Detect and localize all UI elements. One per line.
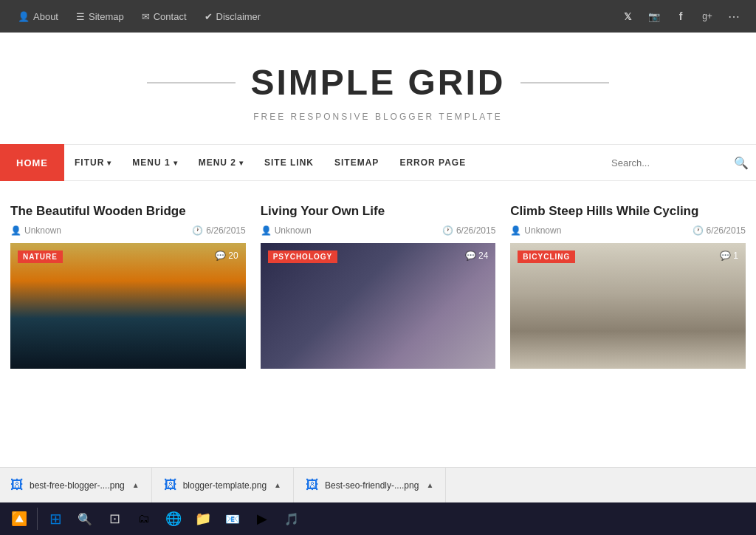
site-header: SIMPLE GRID FREE RESPONSIVE BLOGGER TEMP… — [0, 33, 756, 144]
nav-home-button[interactable]: HOME — [0, 144, 64, 181]
content-area: The Beautiful Wooden Bridge 👤 Unknown 🕐 … — [0, 181, 756, 376]
nav-contact[interactable]: ✉ Contact — [134, 5, 194, 28]
clock-icon-2: 🕐 — [693, 225, 704, 236]
search-area: 🔍 — [604, 156, 756, 170]
search-button[interactable]: 🔍 — [734, 156, 749, 170]
nav-menu2[interactable]: MENU 2 ▾ — [188, 144, 254, 181]
instagram-icon[interactable]: 📷 — [642, 4, 666, 28]
top-nav-right: 𝕏 📷 f g+ ⋯ — [616, 4, 746, 28]
menu1-chevron-icon: ▾ — [173, 159, 178, 167]
comment-icon-2: 💬 — [720, 251, 731, 261]
menu2-chevron-icon: ▾ — [239, 159, 244, 167]
nav-disclaimer[interactable]: ✔ Disclaimer — [197, 5, 269, 28]
post-title-1[interactable]: Living Your Own Life — [261, 203, 496, 219]
header-line-right — [520, 82, 609, 84]
nav-contact-label: Contact — [154, 11, 187, 22]
facebook-icon[interactable]: f — [669, 4, 693, 28]
nav-menu1[interactable]: MENU 1 ▾ — [122, 144, 188, 181]
googleplus-icon[interactable]: g+ — [695, 4, 719, 28]
nav-sitemap[interactable]: SITEMAP — [324, 144, 389, 181]
check-icon: ✔ — [205, 11, 213, 22]
post-image-2[interactable]: BICYCLING 💬 1 — [510, 243, 746, 369]
main-nav: HOME FITUR ▾ MENU 1 ▾ MENU 2 ▾ SITE LINK… — [0, 144, 756, 181]
site-header-inner: SIMPLE GRID — [15, 62, 741, 103]
post-meta-0: 👤 Unknown 🕐 6/26/2015 — [10, 225, 246, 236]
author-icon-0: 👤 — [10, 225, 21, 236]
post-card-2: Climb Steep Hills While Cycling 👤 Unknow… — [510, 203, 746, 369]
twitter-icon[interactable]: 𝕏 — [616, 4, 639, 28]
site-tagline: FREE RESPONSIVE BLOGGER TEMPLATE — [15, 112, 741, 122]
nav-sitelink[interactable]: SITE LINK — [254, 144, 324, 181]
post-author-1: 👤 Unknown — [261, 225, 312, 236]
fitur-chevron-icon: ▾ — [107, 159, 111, 167]
author-icon-1: 👤 — [261, 225, 272, 236]
post-meta-2: 👤 Unknown 🕐 6/26/2015 — [510, 225, 746, 236]
post-category-0: NATURE — [18, 251, 63, 263]
post-date-1: 🕐 6/26/2015 — [442, 225, 495, 236]
comment-icon-1: 💬 — [465, 251, 476, 261]
post-card-0: The Beautiful Wooden Bridge 👤 Unknown 🕐 … — [10, 203, 246, 369]
nav-about-label: About — [33, 11, 58, 22]
header-line-left — [147, 82, 236, 84]
post-image-1[interactable]: PSYCHOLOGY 💬 24 — [261, 243, 496, 369]
nav-sitemap[interactable]: ☰ Sitemap — [69, 5, 131, 28]
post-title-0[interactable]: The Beautiful Wooden Bridge — [10, 203, 246, 219]
clock-icon-1: 🕐 — [442, 225, 453, 236]
post-date-2: 🕐 6/26/2015 — [693, 225, 746, 236]
clock-icon-0: 🕐 — [192, 225, 203, 236]
posts-grid: The Beautiful Wooden Bridge 👤 Unknown 🕐 … — [10, 203, 746, 369]
author-icon-2: 👤 — [510, 225, 521, 236]
list-icon: ☰ — [76, 11, 85, 22]
post-title-2[interactable]: Climb Steep Hills While Cycling — [510, 203, 746, 219]
top-nav-left: 👤 About ☰ Sitemap ✉ Contact ✔ Disclaimer — [10, 5, 268, 28]
nav-fitur[interactable]: FITUR ▾ — [64, 144, 122, 181]
post-card-1: Living Your Own Life 👤 Unknown 🕐 6/26/20… — [261, 203, 496, 369]
mail-icon: ✉ — [142, 11, 150, 22]
search-input[interactable] — [611, 157, 729, 168]
more-icon[interactable]: ⋯ — [722, 4, 746, 28]
post-comments-1: 💬 24 — [465, 251, 488, 261]
nav-sitemap-label: Sitemap — [89, 11, 124, 22]
post-author-2: 👤 Unknown — [510, 225, 561, 236]
comment-icon-0: 💬 — [215, 251, 226, 261]
post-author-0: 👤 Unknown — [10, 225, 61, 236]
nav-disclaimer-label: Disclaimer — [216, 11, 261, 22]
person-icon: 👤 — [18, 11, 30, 22]
post-meta-1: 👤 Unknown 🕐 6/26/2015 — [261, 225, 496, 236]
nav-about[interactable]: 👤 About — [10, 5, 66, 28]
nav-errorpage[interactable]: ERROR PAGE — [389, 144, 476, 181]
post-category-1: PSYCHOLOGY — [268, 251, 338, 263]
site-title: SIMPLE GRID — [250, 62, 505, 103]
post-comments-2: 💬 1 — [720, 251, 738, 261]
post-image-0[interactable]: NATURE 💬 20 — [10, 243, 246, 369]
post-date-0: 🕐 6/26/2015 — [192, 225, 245, 236]
top-nav: 👤 About ☰ Sitemap ✉ Contact ✔ Disclaimer… — [0, 0, 756, 33]
post-comments-0: 💬 20 — [215, 251, 238, 261]
post-category-2: BICYCLING — [518, 251, 575, 263]
